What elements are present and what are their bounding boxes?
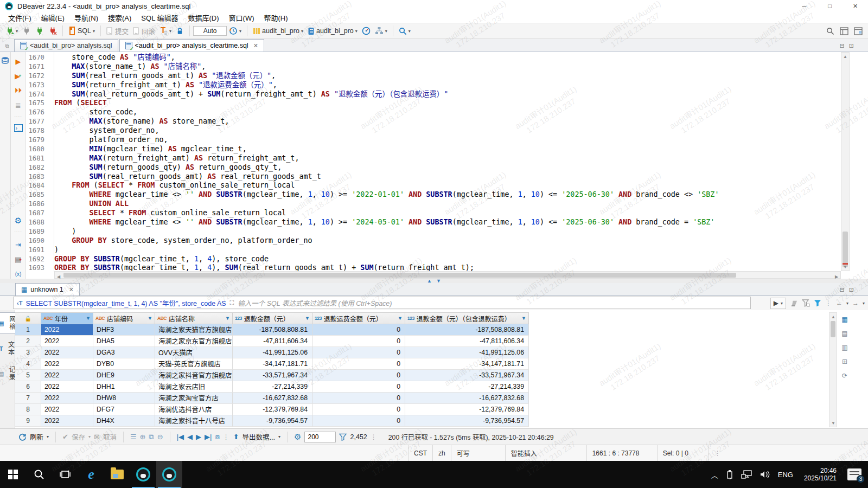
code-line[interactable]: 1686 UNION ALL bbox=[26, 200, 841, 209]
notification-center-button[interactable]: 3 bbox=[847, 468, 861, 480]
grid-cell[interactable]: 2022 bbox=[41, 324, 93, 336]
execute-new-tab-icon[interactable]: ▶+ bbox=[14, 71, 23, 81]
tab-analysis-cleartime-sql[interactable]: <audit_bi_pro> analysis_cleartime.sql ✕ bbox=[119, 39, 264, 52]
usb-tray-icon[interactable] bbox=[726, 470, 733, 479]
grid-corner-cell[interactable]: 🔒 bbox=[15, 312, 41, 324]
code-line[interactable]: 1676 store_code, bbox=[26, 108, 841, 117]
disconnect-all-button[interactable] bbox=[47, 25, 59, 36]
grid-cell[interactable]: -187,508,808.81 bbox=[405, 324, 529, 336]
terminal-icon[interactable]: ›_ bbox=[14, 124, 23, 132]
column-dropdown-icon[interactable]: ▼ bbox=[398, 316, 403, 321]
dropdown-arrow-icon[interactable]: ▾ bbox=[863, 301, 865, 306]
export-result-icon[interactable]: ⇥ bbox=[14, 240, 23, 249]
prev-page-icon[interactable]: ◀ bbox=[187, 433, 193, 441]
code-line[interactable]: 1683 SUM(real_return_goods_amt) AS real_… bbox=[26, 172, 841, 182]
dbeaver-taskbar-button-2[interactable] bbox=[156, 461, 182, 488]
grid-cell[interactable]: DGA3 bbox=[93, 347, 155, 358]
erase-filter-icon[interactable] bbox=[790, 300, 798, 307]
table-row[interactable]: 72022DHW8海澜之家淘宝官方店-16,627,832.680-16,627… bbox=[15, 393, 529, 404]
save-button[interactable]: 保存 bbox=[72, 432, 85, 442]
fetch-size-input[interactable] bbox=[304, 432, 336, 442]
grid-cell[interactable]: 0 bbox=[312, 324, 405, 336]
code-line[interactable]: 1689 ) bbox=[26, 227, 841, 236]
row-number-cell[interactable]: 7 bbox=[15, 393, 41, 404]
apply-filter-icon[interactable]: ▶ bbox=[774, 299, 778, 307]
column-header-1[interactable]: ABC店铺编码▼ bbox=[93, 312, 155, 324]
code-line[interactable]: 1678 system_order_no, bbox=[26, 126, 841, 136]
scroll-down-icon[interactable]: ▼ bbox=[829, 419, 837, 427]
table-row[interactable]: 22022DHA5海澜之家京东官方旗舰店-47,811,606.340-47,8… bbox=[15, 336, 529, 347]
network-tray-icon[interactable] bbox=[741, 470, 752, 479]
volume-tray-icon[interactable] bbox=[760, 470, 770, 479]
first-page-icon[interactable]: |◀ bbox=[177, 433, 184, 441]
grid-cell[interactable]: 2022 bbox=[41, 336, 93, 347]
dashboard-button[interactable] bbox=[360, 25, 372, 36]
grid-vertical-scrollbar[interactable]: ▲ ▼ bbox=[829, 312, 837, 427]
fetch-all-icon[interactable]: ⧈ bbox=[215, 433, 219, 441]
status-writable[interactable]: 可写 bbox=[451, 445, 505, 461]
tab-close-icon[interactable]: ✕ bbox=[253, 42, 258, 49]
dropdown-arrow-icon[interactable]: ▾ bbox=[846, 301, 848, 306]
grid-cell[interactable]: 海澜之家天猫官方旗舰店 bbox=[155, 324, 233, 336]
code-line[interactable]: 1672 SUM(real_return_goods_amt_t) AS "退款… bbox=[26, 72, 841, 81]
last-page-icon[interactable]: ▶| bbox=[205, 433, 212, 441]
menu-item-1[interactable]: 编辑(E) bbox=[36, 11, 69, 24]
grid-cell[interactable]: 0 bbox=[312, 358, 405, 370]
column-header-4[interactable]: 123退款运费金额（元）▼ bbox=[312, 312, 405, 324]
results-maximize-icon[interactable]: ⊡ bbox=[849, 286, 854, 293]
tab-analysis-sql[interactable]: <audit_bi_pro> analysis.sql bbox=[14, 39, 118, 52]
maximize-button[interactable]: □ bbox=[817, 0, 843, 12]
grid-cell[interactable]: 2022 bbox=[41, 358, 93, 370]
table-row[interactable]: 52022DHE9海澜之家抖音官方旗舰店-33,571,967.340-33,5… bbox=[15, 370, 529, 381]
code-line[interactable]: 1690 GROUP BY store_code, system_order_n… bbox=[26, 236, 841, 246]
reconnect-button[interactable] bbox=[34, 25, 46, 36]
grid-cell[interactable]: 海澜之家淘宝官方店 bbox=[155, 393, 233, 404]
grid-cell[interactable]: DHW8 bbox=[93, 393, 155, 404]
status-selection[interactable]: Sel: 0 | 0 bbox=[657, 445, 709, 461]
internet-explorer-button[interactable]: e bbox=[78, 461, 104, 488]
grid-cell[interactable]: DYB0 bbox=[93, 358, 155, 370]
grid-cell[interactable]: 2022 bbox=[41, 415, 93, 427]
grid-cell[interactable]: 天猫-英氏官方旗舰店 bbox=[155, 358, 233, 370]
taskbar-clock[interactable]: 20:46 2025/10/21 bbox=[801, 467, 840, 482]
language-indicator[interactable]: ENG bbox=[778, 471, 793, 479]
grid-cell[interactable]: -16,627,832.68 bbox=[233, 393, 312, 404]
table-row[interactable]: 62022DHH1海澜之家云店旧-27,214,3390-27,214,339 bbox=[15, 381, 529, 393]
table-row[interactable]: 12022DHF3海澜之家天猫官方旗舰店-187,508,808.810-187… bbox=[15, 324, 529, 336]
commit-button[interactable]: 提交 bbox=[105, 25, 130, 37]
grid-cell[interactable]: -9,736,954.57 bbox=[233, 415, 312, 427]
sql-editor-button[interactable]: SQL ▾ bbox=[67, 25, 97, 36]
close-button[interactable]: ✕ bbox=[843, 0, 868, 12]
next-page-icon[interactable]: ▶ bbox=[196, 433, 201, 441]
grid-cell[interactable]: 海澜之家京东官方旗舰店 bbox=[155, 336, 233, 347]
grid-cell[interactable]: DFG7 bbox=[93, 404, 155, 415]
grid-cell[interactable]: -9,736,954.57 bbox=[405, 415, 529, 427]
status-overflow-dots[interactable]: ⋮ bbox=[709, 445, 727, 461]
tray-expand-icon[interactable]: ︿ bbox=[711, 470, 718, 480]
restore-panel-icon[interactable]: ⧉ bbox=[0, 43, 14, 52]
code-line[interactable]: 1680 MIN(mgclear_time) AS mgclear_time_t… bbox=[26, 145, 841, 154]
history-back-icon[interactable]: ← bbox=[836, 299, 843, 307]
dropdown-arrow-icon[interactable]: ▾ bbox=[47, 434, 49, 439]
grid-cell[interactable]: -12,379,769.84 bbox=[233, 404, 312, 415]
code-line[interactable]: 1674 SUM(real_return_goods_amt_t) + SUM(… bbox=[26, 90, 841, 99]
menu-item-6[interactable]: 窗口(W) bbox=[224, 11, 259, 24]
grid-cell[interactable]: 海澜优选抖音八店 bbox=[155, 404, 233, 415]
rollback-button[interactable]: 回滚 bbox=[131, 25, 157, 37]
column-header-2[interactable]: ABC店铺名称▼ bbox=[155, 312, 233, 324]
row-number-cell[interactable]: 8 bbox=[15, 404, 41, 415]
history-forward-icon[interactable]: → bbox=[852, 299, 859, 307]
menu-item-5[interactable]: 数据库(D) bbox=[183, 11, 224, 24]
panel-grid-icon[interactable]: ▦ bbox=[841, 316, 847, 323]
autocommit-select[interactable]: Auto bbox=[193, 26, 227, 36]
output-console-icon[interactable]: (x) bbox=[14, 269, 23, 279]
database-selector[interactable]: audit_bi_pro ▾ bbox=[251, 26, 305, 36]
cancel-box-icon[interactable]: ⊠ bbox=[94, 433, 100, 441]
grid-cell[interactable]: OVV天猫店 bbox=[155, 347, 233, 358]
table-row[interactable]: 92022DH4X海澜之家抖音十八号店-9,736,954.570-9,736,… bbox=[15, 415, 529, 427]
tab-close-icon[interactable]: ✕ bbox=[69, 286, 74, 293]
panel-value-viewer-icon[interactable]: ▤ bbox=[841, 330, 847, 337]
dropdown-arrow-icon[interactable]: ▾ bbox=[781, 301, 783, 306]
quick-search-icon[interactable] bbox=[826, 27, 834, 35]
save-check-icon[interactable]: ✔ bbox=[62, 433, 68, 441]
